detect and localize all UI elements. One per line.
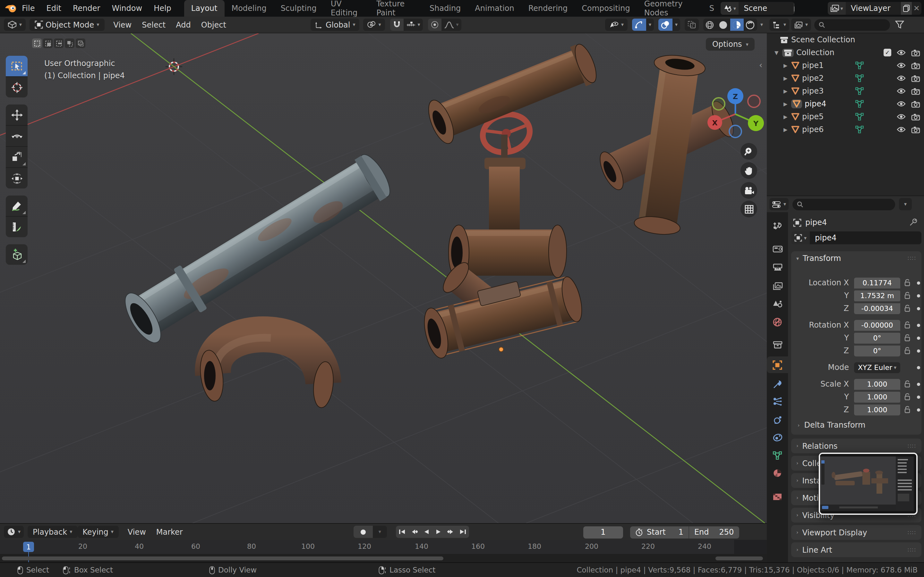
- menu-object[interactable]: Object: [196, 20, 231, 29]
- tab-object-properties[interactable]: [767, 356, 788, 373]
- workspace-tab-texture-paint[interactable]: Texture Paint: [369, 0, 423, 17]
- panel-grip-icon[interactable]: ∷∷: [908, 529, 916, 536]
- animate-dot[interactable]: [917, 395, 920, 398]
- scene-name[interactable]: Scene: [738, 4, 794, 13]
- timeline-scrollbar[interactable]: [2, 556, 443, 560]
- menu-add[interactable]: Add: [171, 20, 196, 29]
- proportional-editing-toggle[interactable]: [428, 19, 441, 31]
- select-mode-new[interactable]: [32, 39, 42, 48]
- tab-texture[interactable]: [767, 489, 788, 504]
- panel-grip-icon[interactable]: ∷∷: [908, 255, 916, 261]
- snap-toggle[interactable]: [390, 19, 404, 31]
- tab-world[interactable]: [767, 314, 788, 330]
- hide-eye-icon[interactable]: [897, 49, 906, 56]
- tab-particles[interactable]: [767, 394, 788, 409]
- jump-to-start-button[interactable]: [396, 526, 408, 538]
- outliner-row-pipe5[interactable]: ▶ pipe5: [767, 110, 924, 123]
- disable-render-camera-icon[interactable]: [911, 62, 920, 69]
- viewlayer-name[interactable]: ViewLayer: [846, 4, 901, 13]
- end-frame-field[interactable]: End 250: [689, 526, 739, 538]
- 3d-viewport[interactable]: User Orthographic (1) Collection | pipe4…: [0, 33, 767, 523]
- workspace-tab-layout[interactable]: Layout: [184, 0, 225, 17]
- camera-view-button[interactable]: [740, 182, 757, 199]
- disclosure-triangle-icon[interactable]: ▼: [774, 50, 782, 55]
- outliner-row-pipe4-active[interactable]: ▶ pipe4: [767, 97, 924, 110]
- select-mode-intersect[interactable]: [76, 39, 86, 48]
- filter-funnel-icon[interactable]: [895, 21, 904, 29]
- properties-search-input[interactable]: [792, 198, 895, 210]
- panel-viewport-display[interactable]: ›Viewport Display∷∷: [791, 525, 921, 540]
- tool-move[interactable]: [6, 105, 27, 126]
- axis-neg-y-ball[interactable]: [712, 98, 725, 110]
- tab-tool[interactable]: [767, 219, 788, 234]
- workspace-tab-modeling[interactable]: Modeling: [224, 0, 273, 17]
- auto-keying-dropdown[interactable]: ▾: [373, 526, 387, 538]
- properties-options-dropdown[interactable]: ▾: [899, 198, 912, 210]
- outliner-display-mode-dropdown[interactable]: ▾: [769, 19, 789, 31]
- shading-dropdown[interactable]: ▾: [760, 22, 763, 27]
- rotation-x-field[interactable]: -0.00000: [854, 319, 900, 330]
- overlays-toggle[interactable]: [658, 19, 672, 31]
- panel-grip-icon[interactable]: ∷∷: [908, 443, 916, 449]
- hide-eye-icon[interactable]: [897, 62, 906, 69]
- workspace-tab-rendering[interactable]: Rendering: [521, 0, 575, 17]
- tab-material[interactable]: [767, 466, 788, 481]
- panel-relations[interactable]: ›Relations∷∷: [791, 438, 921, 453]
- tool-add-cube[interactable]: [6, 244, 27, 265]
- delta-transform-subpanel[interactable]: › Delta Transform: [791, 419, 924, 431]
- workspace-tab-scripting-truncated[interactable]: S: [702, 0, 714, 17]
- new-viewlayer-button[interactable]: [901, 2, 912, 15]
- current-frame-field[interactable]: 1: [583, 526, 623, 538]
- tool-rotate[interactable]: [6, 126, 27, 147]
- workspace-tab-sculpting[interactable]: Sculpting: [274, 0, 324, 17]
- hide-eye-icon[interactable]: [897, 126, 906, 133]
- outliner-row-pipe1[interactable]: ▶ pipe1: [767, 59, 924, 72]
- auto-keying-toggle[interactable]: [354, 526, 373, 538]
- outliner-row-scene-collection[interactable]: Scene Collection: [767, 33, 924, 46]
- jump-to-end-button[interactable]: [457, 526, 469, 538]
- object-name-field[interactable]: pipe4: [810, 231, 921, 244]
- lock-icon[interactable]: [904, 393, 911, 401]
- hide-eye-icon[interactable]: [897, 101, 906, 107]
- start-frame-field[interactable]: Start 1: [630, 526, 689, 538]
- timeline-track-area[interactable]: [0, 554, 767, 562]
- xray-toggle[interactable]: [685, 19, 699, 31]
- animate-dot[interactable]: [917, 324, 920, 327]
- tool-cursor[interactable]: [6, 77, 27, 97]
- proportional-falloff-dropdown[interactable]: ▾: [441, 19, 461, 31]
- new-scene-button[interactable]: [794, 2, 794, 15]
- tool-annotate[interactable]: [6, 195, 27, 217]
- outliner-search-input[interactable]: [814, 19, 890, 31]
- pin-icon[interactable]: [909, 218, 918, 226]
- outliner-row-pipe6[interactable]: ▶ pipe6: [767, 123, 924, 136]
- disable-render-camera-icon[interactable]: [911, 126, 920, 133]
- show-object-types-dropdown[interactable]: ▾: [605, 19, 628, 31]
- shading-material-preview-button[interactable]: [730, 19, 744, 31]
- tool-measure[interactable]: [6, 217, 27, 237]
- keying-menu[interactable]: Keying▾: [78, 526, 119, 538]
- location-y-field[interactable]: 1.7532 m: [854, 290, 900, 301]
- tab-render[interactable]: [767, 241, 788, 256]
- tab-collection-properties[interactable]: [767, 337, 788, 353]
- disable-render-camera-icon[interactable]: [911, 113, 920, 120]
- editor-type-button[interactable]: ▾: [4, 19, 26, 31]
- playback-menu[interactable]: Playback▾: [27, 526, 78, 538]
- workspace-tab-animation[interactable]: Animation: [468, 0, 521, 17]
- navigation-gizmo[interactable]: Z X Y: [704, 86, 766, 145]
- tab-physics[interactable]: [767, 412, 788, 428]
- menu-file[interactable]: File: [16, 0, 40, 17]
- shading-rendered-button[interactable]: [744, 19, 757, 31]
- play-reverse-button[interactable]: [420, 526, 433, 538]
- animate-dot[interactable]: [917, 382, 920, 386]
- scale-y-field[interactable]: 1.000: [854, 392, 900, 402]
- tab-object-data[interactable]: [767, 448, 788, 463]
- play-button[interactable]: [433, 526, 445, 538]
- remove-viewlayer-icon[interactable]: ✕: [912, 4, 921, 13]
- location-x-field[interactable]: 0.11774: [854, 277, 900, 288]
- outliner-row-pipe2[interactable]: ▶ pipe2: [767, 72, 924, 85]
- rotation-z-field[interactable]: 0°: [854, 345, 900, 356]
- lock-icon[interactable]: [904, 321, 911, 329]
- breadcrumb-object-name[interactable]: pipe4: [805, 218, 827, 227]
- scale-z-field[interactable]: 1.000: [854, 404, 900, 415]
- scale-x-field[interactable]: 1.000: [854, 379, 900, 390]
